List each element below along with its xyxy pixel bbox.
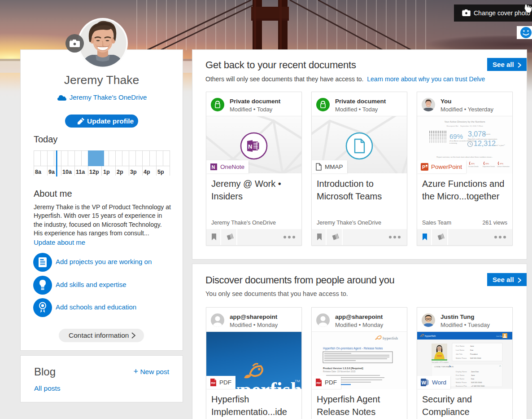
svg-text:Jane: Jane [471, 374, 475, 376]
svg-text:Location Details: Location Details [468, 166, 479, 168]
svg-text:Mobile Phone: Mobile Phone [456, 381, 467, 384]
svg-text:10a: 10a [62, 169, 72, 175]
svg-text:4p: 4p [144, 169, 150, 175]
svg-text:2p: 2p [117, 169, 123, 175]
svg-text:Doe: Doe [470, 349, 474, 351]
svg-text:Sharepoint Bot September 13: Sharepoint Bot September 13, 2016 7:28am [446, 125, 483, 127]
svg-text:Mobile Phone: Mobile Phone [456, 357, 467, 359]
svg-text:503 555 5500: 503 555 5500 [471, 381, 482, 384]
svg-text:Department Details: Department Details [483, 166, 495, 168]
svg-text:P: P [422, 164, 425, 170]
svg-text:37%: 37% [500, 163, 503, 165]
svg-text:Contact Information: Contact Information [497, 166, 510, 168]
svg-text:Display Name: Display Name [456, 370, 467, 373]
svg-text:PDF: PDF [317, 382, 321, 384]
svg-text:5p: 5p [157, 169, 164, 175]
svg-text:Last Name: Last Name [456, 349, 465, 351]
svg-text:Release Date: 19 November 2015: Release Date: 19 November 2015 [323, 370, 356, 373]
svg-text:69%: 69% [449, 132, 463, 140]
svg-text:12,312: 12,312 [474, 140, 496, 147]
svg-text:hyperfish: hyperfish [425, 335, 436, 337]
svg-text:yperfish: yperfish [230, 378, 301, 389]
svg-text:503 555 5500: 503 555 5500 [470, 357, 481, 359]
svg-text:PDF: PDF [211, 382, 216, 384]
svg-text:33%: 33% [485, 163, 489, 165]
svg-text:Jane: Jane [470, 345, 474, 347]
svg-text:hyperfish: hyperfish [383, 336, 398, 340]
svg-text:W: W [422, 380, 427, 385]
svg-text:Business Pho: Business Pho [456, 385, 467, 387]
svg-text:11a: 11a [76, 169, 85, 175]
svg-text:First Name: First Name [456, 345, 465, 347]
svg-text:President: President [470, 353, 478, 355]
svg-text:1p: 1p [103, 169, 110, 175]
svg-text:TM: TM [295, 379, 300, 383]
svg-text:accounts: accounts [484, 133, 490, 135]
svg-text:9a: 9a [48, 169, 55, 175]
svg-text:First Name: First Name [456, 374, 465, 376]
svg-text:Jane Doe: Jane Doe [471, 370, 479, 373]
svg-text:12p: 12p [89, 169, 99, 175]
svg-text:Product Version 1.3.3.0 [Requi: Product Version 1.3.3.0 [Required] [323, 367, 363, 370]
svg-text:Doe: Doe [471, 378, 475, 380]
svg-text:32%: 32% [471, 163, 475, 165]
svg-text:Job Title: Job Title [456, 353, 463, 355]
svg-text:+1 503 555 5500: +1 503 555 5500 [471, 385, 485, 387]
svg-text:Your profile is 87% complete: Your profile is 87% complete [432, 362, 449, 363]
svg-text:Your Active Directory by the N: Your Active Directory by the Numbers [444, 120, 485, 123]
svg-text:3p: 3p [130, 169, 137, 175]
svg-text:Report overview, so this team: Report overview, so this team more about… [436, 156, 493, 158]
svg-text:8a: 8a [35, 169, 42, 175]
svg-text:N: N [248, 143, 252, 150]
svg-text:N: N [212, 164, 215, 170]
svg-text:fixes* a year**: fixes* a year** [494, 145, 505, 146]
svg-text:is missing: is missing [449, 142, 457, 144]
svg-text:Last Name: Last Name [456, 378, 465, 380]
svg-text:Hyperfish On-premises Agent -: Hyperfish On-premises Agent - Release No… [323, 347, 383, 350]
